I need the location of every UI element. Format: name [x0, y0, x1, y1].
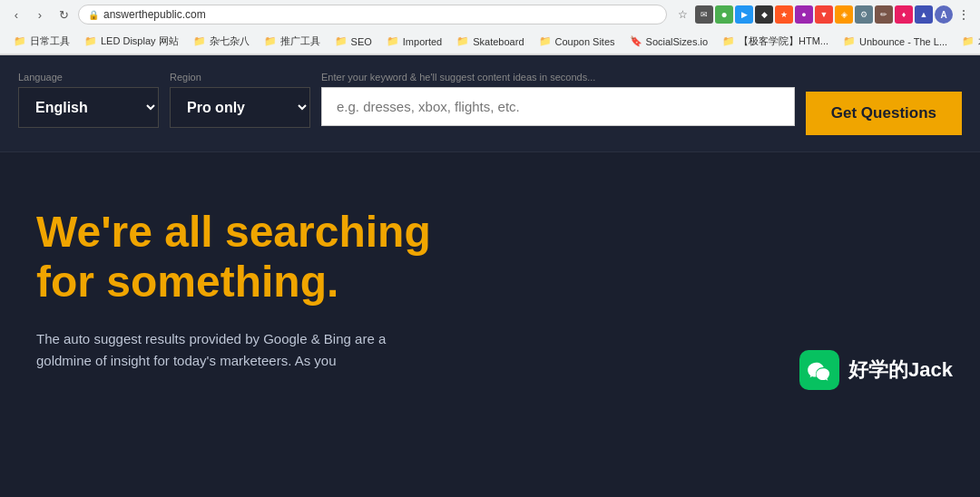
star-icon[interactable]: ☆: [672, 5, 692, 24]
bookmark-zaziqiba[interactable]: 📁 杂七杂八: [187, 33, 256, 50]
folder-icon: 📁: [335, 35, 348, 47]
hero-description: The auto suggest results provided by Goo…: [36, 328, 426, 372]
bookmark-skateboard[interactable]: 📁 Skateboard: [450, 34, 530, 49]
region-label: Region: [170, 72, 310, 83]
reload-button[interactable]: ↻: [54, 5, 73, 24]
url-text: answerthepublic.com: [103, 8, 206, 21]
bookmark-label: Coupon Sites: [555, 36, 615, 47]
bookmark-unbounce[interactable]: 📁 Unbounce - The L...: [837, 34, 954, 49]
folder-icon: 📁: [456, 35, 469, 47]
bookmark-label: 【极客学院】HTM...: [739, 34, 828, 48]
search-section: Language English Region Pro only Enter y…: [0, 55, 980, 152]
keyword-input-group: Enter your keyword & he'll suggest conte…: [321, 72, 795, 126]
lock-icon: 🔒: [88, 10, 99, 20]
browser-toolbar: ‹ › ↻ 🔒 answerthepublic.com ☆ ✉ ● ▶ ◆ ★ …: [0, 0, 980, 29]
bookmark-jike[interactable]: 📁 【极客学院】HTM...: [716, 33, 835, 50]
folder-icon: 📁: [14, 35, 26, 47]
bookmark-日常工具[interactable]: 📁 日常工具: [7, 33, 76, 50]
ext-icon-9[interactable]: ⚙: [855, 5, 873, 24]
website-content: Language English Region Pro only Enter y…: [0, 55, 980, 497]
bookmark-label: SocialSizes.io: [646, 36, 708, 47]
bookmark-label: LED Display 网站: [101, 34, 179, 48]
folder-icon: 📁: [264, 35, 277, 47]
language-field-group: Language English: [18, 72, 159, 128]
ext-icon-12[interactable]: ▲: [915, 5, 933, 24]
folder-icon: 📁: [539, 35, 552, 47]
folder-icon: 📁: [962, 35, 975, 47]
extension-icons: ✉ ● ▶ ◆ ★ ● ▼ ◈ ⚙ ✏ ♦ ▲ A ⋮: [695, 5, 973, 24]
bookmark-label: 杂七杂八: [210, 34, 250, 48]
wechat-logo: [799, 350, 839, 390]
language-label: Language: [18, 72, 159, 83]
bookmark-socialsizes[interactable]: 🔖 SocialSizes.io: [623, 34, 714, 49]
folder-icon: 📁: [843, 35, 856, 47]
browser-chrome: ‹ › ↻ 🔒 answerthepublic.com ☆ ✉ ● ▶ ◆ ★ …: [0, 0, 980, 55]
forward-button[interactable]: ›: [31, 5, 49, 24]
bookmarks-bar: 📁 日常工具 📁 LED Display 网站 📁 杂七杂八 📁 推广工具 📁 …: [0, 29, 980, 54]
bookmark-tuiguang[interactable]: 📁 推广工具: [258, 33, 327, 50]
ext-icon-3[interactable]: ▶: [735, 5, 753, 24]
ext-icon-2[interactable]: ●: [715, 5, 733, 24]
region-select[interactable]: Pro only: [170, 87, 310, 128]
wechat-icon: [807, 357, 832, 383]
wechat-username: 好学的Jack: [848, 356, 953, 384]
ext-icon-4[interactable]: ◆: [755, 5, 773, 24]
address-bar[interactable]: 🔒 answerthepublic.com: [78, 5, 667, 24]
toolbar-icons: ☆ ✉ ● ▶ ◆ ★ ● ▼ ◈ ⚙ ✏ ♦ ▲ A ⋮: [672, 5, 973, 24]
bookmark-imported[interactable]: 📁 Imported: [380, 34, 448, 49]
ext-icon-7[interactable]: ▼: [815, 5, 833, 24]
back-button[interactable]: ‹: [7, 5, 25, 24]
hero-section: We're all searching for something. The a…: [0, 152, 980, 399]
bookmark-shuiku[interactable]: 📁 水库论坛官网: [956, 33, 980, 50]
more-button[interactable]: ⋮: [955, 5, 973, 24]
keyword-input[interactable]: [321, 87, 795, 126]
bookmark-label: Skateboard: [473, 36, 524, 47]
ext-icon-5[interactable]: ★: [775, 5, 793, 24]
ext-icon-1[interactable]: ✉: [695, 5, 713, 24]
folder-icon: 📁: [722, 35, 735, 47]
folder-icon: 📁: [387, 35, 399, 47]
keyword-label: Enter your keyword & he'll suggest conte…: [321, 72, 795, 83]
region-field-group: Region Pro only: [170, 72, 310, 128]
wechat-watermark: 好学的Jack: [799, 350, 953, 390]
get-questions-button[interactable]: Get Questions: [806, 92, 962, 135]
bookmark-label: Imported: [403, 36, 442, 47]
bookmark-seo[interactable]: 📁 SEO: [328, 34, 378, 49]
profile-avatar[interactable]: A: [935, 5, 953, 24]
hero-title: We're all searching for something.: [36, 207, 490, 307]
ext-icon-11[interactable]: ♦: [895, 5, 913, 24]
bookmark-coupon[interactable]: 📁 Coupon Sites: [533, 34, 622, 49]
bookmark-label: Unbounce - The L...: [859, 36, 947, 47]
ext-icon-6[interactable]: ●: [795, 5, 813, 24]
language-select[interactable]: English: [18, 87, 159, 128]
bookmark-icon: 🔖: [630, 35, 642, 47]
bookmark-led[interactable]: 📁 LED Display 网站: [78, 33, 185, 50]
folder-icon: 📁: [193, 35, 206, 47]
ext-icon-10[interactable]: ✏: [875, 5, 893, 24]
bookmark-label: 日常工具: [30, 34, 70, 48]
folder-icon: 📁: [84, 35, 97, 47]
bookmark-label: 推广工具: [280, 34, 320, 48]
ext-icon-8[interactable]: ◈: [835, 5, 853, 24]
bookmark-label: SEO: [351, 36, 372, 47]
